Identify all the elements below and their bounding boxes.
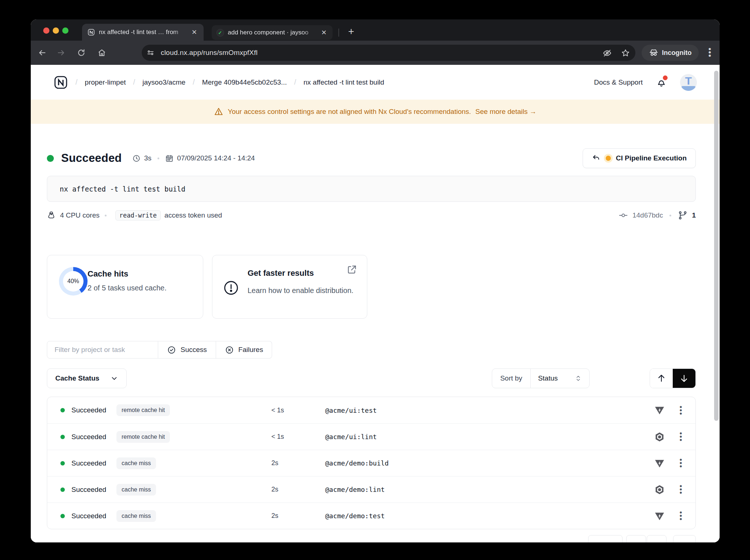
task-duration: 2s (271, 512, 325, 520)
tab-pr[interactable]: ✓ add hero component · jaysoo ✕ (212, 25, 333, 40)
sort-direction-group (650, 368, 696, 388)
pipeline-status-dot (606, 156, 611, 161)
table-row[interactable]: Succeeded cache miss 2s @acme/demo:lint … (47, 476, 695, 502)
cache-status-dropdown[interactable]: Cache Status (47, 368, 127, 388)
task-name[interactable]: @acme/demo:build (325, 459, 653, 467)
cache-badge: remote cache hit (116, 404, 170, 416)
calendar-icon (165, 154, 174, 163)
row-status: Succeeded (71, 433, 116, 441)
commit-icon (619, 211, 628, 220)
cache-badge: cache miss (116, 484, 156, 496)
row-menu-icon[interactable]: ••• (676, 432, 685, 442)
x-circle-icon (225, 345, 234, 355)
pagination-button[interactable] (673, 535, 696, 542)
forward-icon[interactable] (57, 48, 66, 57)
row-menu-icon[interactable]: ••• (676, 511, 685, 521)
tab-title: nx affected -t lint test … from (99, 29, 186, 36)
browser-toolbar: cloud.nx.app/runs/smOmxpfXfl Incognito •… (31, 41, 720, 65)
select-chevrons-icon (575, 375, 582, 382)
close-window-button[interactable] (43, 27, 49, 34)
row-status-dot (60, 514, 65, 518)
row-status-dot (60, 461, 65, 466)
filter-input[interactable] (47, 341, 158, 359)
chevron-down-icon (110, 374, 118, 382)
pr-check-favicon: ✓ (216, 29, 224, 37)
pagination-button[interactable] (588, 535, 623, 542)
return-arrow-icon (592, 154, 601, 163)
browser-menu-icon[interactable]: ••• (705, 47, 714, 58)
vitest-icon (653, 404, 666, 417)
distribution-card[interactable]: Get faster results Learn how to enable d… (212, 255, 367, 319)
task-name[interactable]: @acme/ui:lint (325, 433, 653, 441)
tab-close-icon[interactable]: ✕ (320, 28, 328, 37)
run-meta-row: 4 CPU cores read-write access token used… (47, 208, 696, 222)
distribution-card-title: Get faster results (248, 268, 314, 278)
row-status: Succeeded (71, 459, 116, 467)
tab-nx-run[interactable]: nx affected -t lint test … from ✕ (82, 24, 204, 41)
incognito-label: Incognito (662, 49, 692, 57)
run-command: nx affected -t lint test build (47, 176, 696, 202)
branch-icon (678, 211, 687, 220)
cache-badge: cache miss (116, 457, 156, 469)
tab-close-icon[interactable]: ✕ (190, 27, 198, 37)
eslint-icon (653, 430, 666, 444)
reload-icon[interactable] (77, 48, 86, 57)
maximize-window-button[interactable] (62, 27, 68, 34)
table-controls: Cache Status Sort by Status (47, 368, 696, 388)
row-status-dot (60, 487, 65, 492)
arrow-down-icon (679, 374, 689, 383)
sort-descending-button[interactable] (673, 369, 695, 388)
minimize-window-button[interactable] (53, 27, 59, 34)
task-name[interactable]: @acme/demo:lint (325, 486, 653, 493)
task-duration: < 1s (271, 433, 325, 441)
home-icon[interactable] (97, 48, 106, 57)
cache-hits-card: 40% Cache hits 2 of 5 tasks used cache. (47, 255, 203, 319)
vitest-icon (653, 457, 666, 470)
run-status-row: Succeeded 3s 07/09/2025 14:24 - 14:24 CI… (47, 148, 696, 168)
bookmark-star-icon[interactable] (621, 48, 630, 58)
success-filter-button[interactable]: Success (158, 341, 216, 359)
sort-select[interactable]: Status (531, 369, 589, 388)
commit-sha[interactable]: 14d67bdc (632, 211, 663, 219)
eye-off-icon[interactable] (602, 48, 612, 58)
run-dates: 07/09/2025 14:24 - 14:24 (177, 154, 255, 162)
url-bar[interactable]: cloud.nx.app/runs/smOmxpfXfl (142, 45, 635, 61)
table-row[interactable]: Succeeded cache miss 2s @acme/demo:test … (47, 502, 695, 529)
ci-pipeline-execution-button[interactable]: CI Pipeline Execution (583, 148, 696, 168)
cache-badge: remote cache hit (116, 431, 170, 443)
cache-donut: 40% (59, 267, 88, 296)
table-row[interactable]: Succeeded cache miss 2s @acme/demo:build… (47, 450, 695, 476)
row-menu-icon[interactable]: ••• (676, 485, 685, 494)
external-link-icon[interactable] (346, 264, 357, 275)
site-settings-icon[interactable] (144, 46, 157, 59)
clock-icon (132, 154, 141, 163)
row-status: Succeeded (71, 406, 116, 414)
new-tab-button[interactable]: + (344, 25, 358, 38)
task-name[interactable]: @acme/ui:test (325, 407, 653, 414)
nx-favicon (87, 28, 95, 36)
task-name[interactable]: @acme/demo:test (325, 512, 653, 520)
info-icon (223, 279, 240, 296)
access-token-text: access token used (164, 211, 222, 219)
eslint-icon (653, 483, 666, 496)
incognito-icon (649, 48, 658, 58)
pagination-button[interactable] (626, 535, 646, 542)
tab-strip: nx affected -t lint test … from ✕ ✓ add … (31, 19, 720, 41)
incognito-badge: Incognito (642, 45, 699, 61)
pagination-button[interactable] (647, 535, 667, 542)
row-status: Succeeded (71, 486, 116, 494)
table-row[interactable]: Succeeded remote cache hit < 1s @acme/ui… (47, 423, 695, 450)
check-circle-icon (167, 345, 176, 355)
status-dot (47, 155, 54, 162)
table-row[interactable]: Succeeded remote cache hit < 1s @acme/ui… (47, 397, 695, 423)
row-menu-icon[interactable]: ••• (676, 458, 685, 468)
sort-by-label: Sort by (492, 369, 531, 388)
back-icon[interactable] (38, 48, 47, 57)
task-duration: 2s (271, 459, 325, 467)
row-menu-icon[interactable]: ••• (676, 405, 685, 415)
branch-count: 1 (692, 211, 696, 219)
sort-group: Sort by Status (492, 368, 590, 388)
page-scrollbar[interactable] (714, 71, 719, 421)
failures-filter-button[interactable]: Failures (216, 341, 272, 359)
sort-ascending-button[interactable] (650, 369, 673, 388)
